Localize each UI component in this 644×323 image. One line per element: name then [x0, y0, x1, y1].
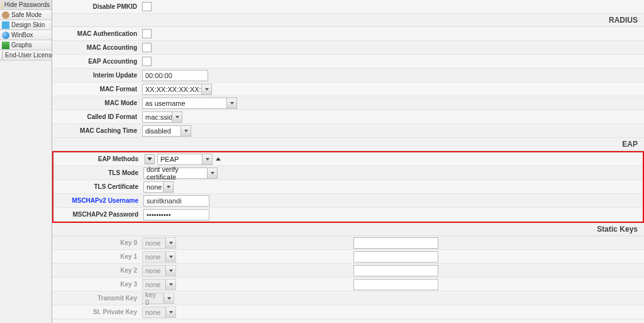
select-called-id-format[interactable]: mac:ssid — [142, 111, 182, 123]
label-mac-format: MAC Format — [52, 86, 142, 93]
label-key1: Key 1 — [52, 253, 142, 260]
skin-icon — [2, 21, 9, 29]
chevron-down-icon — [202, 154, 212, 164]
chevron-down-icon — [164, 293, 174, 303]
chevron-down-icon — [207, 168, 217, 178]
label-tls-certificate: TLS Certificate — [53, 183, 143, 190]
select-key1[interactable]: none — [142, 251, 176, 263]
chevron-down-icon — [165, 266, 175, 276]
select-key0[interactable]: none — [142, 237, 176, 249]
label-key3: Key 3 — [52, 281, 142, 288]
input-mschapv2-password[interactable] — [143, 209, 209, 220]
chevron-down-icon — [165, 238, 175, 248]
label-mac-caching-time: MAC Caching Time — [52, 127, 142, 134]
checkbox-mac-authentication[interactable] — [142, 29, 152, 38]
select-eap-methods[interactable]: PEAP — [157, 154, 213, 165]
sidebar-item-label: End-User License — [5, 52, 55, 59]
select-transmit-key[interactable]: key 0 — [142, 293, 174, 304]
sidebar-item-safe-mode[interactable]: Safe Mode — [0, 10, 52, 20]
collapse-button[interactable] — [145, 154, 155, 164]
sidebar-item-label: WinBox — [11, 31, 33, 38]
main-panel: Disable PMKID RADIUS MAC Authentication … — [52, 0, 644, 323]
chevron-down-icon — [201, 84, 211, 94]
chevron-down-icon — [165, 307, 175, 317]
chevron-down-icon — [163, 182, 173, 192]
input-key1-value[interactable] — [353, 251, 438, 263]
sidebar-item-label: Design Skin — [11, 21, 45, 28]
select-key3[interactable]: none — [142, 279, 176, 290]
label-interim-update: Interim Update — [52, 72, 142, 79]
label-called-id-format: Called ID Format — [52, 113, 142, 120]
input-key0-value[interactable] — [353, 237, 438, 249]
input-mschapv2-username[interactable] — [143, 195, 209, 207]
safemode-icon — [2, 11, 9, 19]
select-key2[interactable]: none — [142, 265, 176, 276]
checkbox-mac-accounting[interactable] — [142, 43, 152, 52]
chevron-down-icon — [165, 252, 175, 262]
input-key2-value[interactable] — [353, 265, 438, 276]
label-st-private-key: St. Private Key — [52, 309, 142, 315]
select-mac-format[interactable]: XX:XX:XX:XX:XX:XX — [142, 84, 212, 95]
sidebar-item-hide-passwords[interactable]: Hide Passwords — [0, 0, 52, 10]
label-eap-accounting: EAP Accounting — [52, 58, 142, 65]
select-tls-certificate[interactable]: none — [143, 181, 174, 193]
sidebar-item-label: Safe Mode — [11, 11, 42, 18]
chevron-down-icon — [172, 112, 182, 122]
sidebar-item-winbox[interactable]: WinBox — [0, 30, 52, 40]
label-transmit-key: Transmit Key — [52, 295, 142, 302]
input-key3-value[interactable] — [353, 279, 438, 290]
checkbox-disable-pmkid[interactable] — [142, 2, 152, 11]
sidebar-item-design-skin[interactable]: Design Skin — [0, 20, 52, 30]
label-mac-accounting: MAC Accounting — [52, 44, 142, 51]
select-mac-mode[interactable]: as username — [142, 98, 237, 109]
label-mac-mode: MAC Mode — [52, 99, 142, 106]
section-static-keys: Static Keys — [52, 223, 644, 236]
chevron-down-icon — [165, 280, 175, 290]
label-mschapv2-password: MSCHAPv2 Password — [53, 211, 143, 218]
label-eap-methods: EAP Methods — [53, 156, 143, 162]
label-key0: Key 0 — [52, 239, 142, 246]
label-mac-authentication: MAC Authentication — [52, 30, 142, 37]
label-tls-mode: TLS Mode — [53, 169, 143, 176]
sidebar-item-graphs[interactable]: Graphs — [0, 40, 52, 50]
sidebar-item-label: Hide Passwords — [4, 1, 50, 8]
move-up-button[interactable] — [214, 155, 223, 164]
chevron-down-icon — [180, 126, 191, 136]
sidebar-item-label: Graphs — [11, 42, 32, 48]
sidebar: Hide Passwords Safe Mode Design Skin Win… — [0, 0, 52, 323]
label-mschapv2-username[interactable]: MSCHAPv2 Username — [53, 197, 143, 204]
winbox-icon — [2, 31, 9, 39]
select-mac-caching-time[interactable]: disabled — [142, 125, 191, 137]
input-interim-update[interactable] — [142, 70, 208, 81]
sidebar-item-end-user-license[interactable]: End-User License — [0, 50, 52, 60]
label-key2: Key 2 — [52, 267, 142, 274]
graph-icon — [2, 42, 9, 49]
license-icon — [2, 51, 3, 60]
checkbox-eap-accounting[interactable] — [142, 57, 152, 66]
key-icon — [2, 1, 3, 9]
section-eap: EAP — [52, 138, 644, 151]
highlight-box: EAP Methods PEAP TLS Mode dont verify ce… — [52, 151, 644, 223]
section-radius: RADIUS — [52, 14, 644, 27]
chevron-down-icon — [226, 98, 236, 108]
label-disable-pmkid: Disable PMKID — [52, 3, 142, 10]
select-st-private-key[interactable]: none — [142, 307, 176, 318]
select-tls-mode[interactable]: dont verify certificate — [143, 167, 218, 179]
